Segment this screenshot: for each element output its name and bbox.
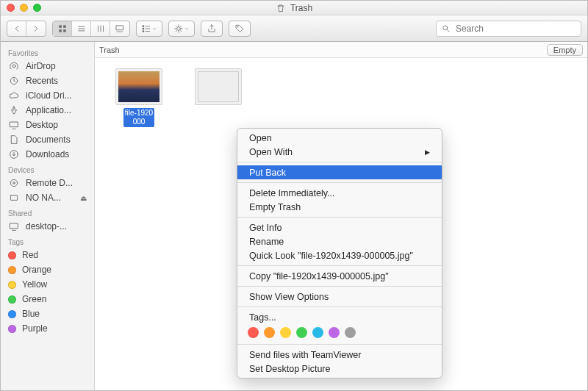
sidebar-item-airdrop[interactable]: AirDrop	[1, 59, 94, 73]
toolbar	[1, 15, 587, 42]
view-switcher	[52, 21, 130, 37]
sidebar-item-label: Yellow	[22, 279, 47, 290]
menu-item[interactable]: Rename	[237, 234, 442, 248]
menu-item-label: Copy "file-1920x1439-000005.jpg"	[249, 271, 389, 281]
menu-item[interactable]: Copy "file-1920x1439-000005.jpg"	[237, 269, 442, 283]
submenu-arrow-icon: ▶	[425, 148, 430, 156]
view-icons-button[interactable]	[53, 21, 72, 36]
sidebar-item-documents[interactable]: Documents	[1, 132, 94, 147]
menu-item[interactable]: Quick Look "file-1920x1439-000005.jpg"	[237, 248, 442, 262]
context-menu: OpenOpen With▶Put BackDelete Immediately…	[237, 128, 442, 379]
svg-rect-0	[59, 25, 62, 28]
tags-button[interactable]	[229, 21, 251, 37]
svg-rect-18	[10, 223, 18, 229]
menu-separator	[237, 182, 442, 183]
menu-item-label: Open	[249, 133, 272, 143]
sidebar-tag-orange[interactable]: Orange	[1, 262, 94, 277]
sidebar-tag-red[interactable]: Red	[1, 248, 94, 262]
menu-item[interactable]: Delete Immediately...	[237, 186, 442, 200]
sidebar-item-label: AirDrop	[26, 61, 56, 71]
search-field[interactable]	[436, 21, 581, 37]
back-button[interactable]	[7, 21, 26, 36]
group-by-button[interactable]	[136, 21, 162, 37]
menu-item[interactable]: Put Back	[237, 165, 442, 179]
menu-separator	[237, 286, 442, 287]
icon-grid[interactable]: file-1920000 OpenOpen With▶Put BackDelet…	[95, 58, 587, 390]
tag-color-swatch[interactable]	[345, 327, 356, 338]
file-item[interactable]	[184, 68, 252, 105]
search-input[interactable]	[456, 24, 576, 34]
eject-icon[interactable]: ⏏	[80, 194, 87, 202]
tag-color-swatch[interactable]	[296, 327, 307, 338]
sidebar-tag-purple[interactable]: Purple	[1, 321, 94, 336]
action-menu-button[interactable]	[168, 21, 195, 37]
disk-icon	[8, 192, 20, 204]
titlebar: Trash	[1, 1, 587, 15]
menu-item[interactable]: Show View Options	[237, 290, 442, 304]
sidebar-item-applications[interactable]: Applicatio...	[1, 103, 94, 118]
view-gallery-button[interactable]	[110, 21, 129, 36]
menu-separator	[237, 306, 442, 307]
empty-trash-button[interactable]: Empty	[547, 44, 583, 56]
sidebar-group-shared: Shared	[1, 205, 94, 219]
menu-item-label: Put Back	[249, 168, 286, 178]
location-label: Trash	[99, 46, 120, 54]
sidebar-tag-yellow[interactable]: Yellow	[1, 277, 94, 292]
menu-item-label: Rename	[249, 237, 284, 247]
file-item-selected[interactable]: file-1920000	[105, 68, 173, 127]
sidebar-group-devices: Devices	[1, 162, 94, 176]
tag-color-swatch[interactable]	[329, 327, 340, 338]
menu-item[interactable]: Set Desktop Picture	[237, 362, 442, 376]
sidebar-item-shared-desktop[interactable]: desktop-...	[1, 219, 94, 234]
svg-rect-4	[116, 25, 123, 29]
tag-color-swatch[interactable]	[280, 327, 291, 338]
tag-color-swatch[interactable]	[312, 327, 323, 338]
sidebar-item-label: Blue	[22, 309, 40, 319]
clock-icon	[8, 75, 20, 87]
sidebar-item-remote-disc[interactable]: Remote D...	[1, 176, 94, 190]
sidebar-item-recents[interactable]: Recents	[1, 73, 94, 88]
svg-point-10	[443, 25, 448, 29]
sidebar-group-tags: Tags	[1, 234, 94, 248]
svg-rect-13	[10, 122, 18, 127]
menu-item-label: Tags...	[249, 312, 276, 323]
file-name-label: file-1920000	[123, 108, 154, 127]
menu-separator	[237, 344, 442, 345]
zoom-window-button[interactable]	[33, 4, 41, 12]
sidebar-item-desktop[interactable]: Desktop	[1, 118, 94, 132]
menu-tag-colors	[237, 324, 442, 341]
window-controls	[7, 4, 41, 12]
tag-dot-icon	[8, 281, 16, 289]
menu-item[interactable]: Tags...	[237, 310, 442, 324]
close-window-button[interactable]	[7, 4, 15, 12]
sidebar-item-label: Orange	[22, 265, 51, 275]
sidebar-item-label: Applicatio...	[26, 105, 71, 115]
menu-separator	[237, 217, 442, 218]
menu-item-label: Get Info	[249, 223, 282, 233]
sidebar-item-label: Desktop	[26, 120, 58, 130]
menu-item[interactable]: Send files with TeamViewer	[237, 348, 442, 362]
tag-dot-icon	[8, 295, 16, 304]
menu-item[interactable]: Open	[237, 131, 442, 145]
sidebar-group-favorites: Favorites	[1, 45, 94, 59]
sidebar-tag-blue[interactable]: Blue	[1, 306, 94, 321]
sidebar-tag-green[interactable]: Green	[1, 292, 94, 306]
view-columns-button[interactable]	[91, 21, 110, 36]
tag-dot-icon	[8, 251, 16, 259]
trash-icon	[276, 3, 286, 13]
view-list-button[interactable]	[72, 21, 91, 36]
forward-button[interactable]	[26, 21, 46, 36]
tag-color-swatch[interactable]	[248, 327, 259, 338]
share-button[interactable]	[201, 21, 223, 37]
svg-rect-2	[59, 29, 62, 32]
tag-color-swatch[interactable]	[264, 327, 275, 338]
menu-item[interactable]: Get Info	[237, 220, 442, 234]
svg-point-9	[237, 26, 239, 27]
sidebar-item-volume[interactable]: NO NA...⏏	[1, 190, 94, 205]
menu-item[interactable]: Empty Trash	[237, 200, 442, 214]
sidebar-item-icloud[interactable]: iCloud Dri...	[1, 88, 94, 103]
menu-item[interactable]: Open With▶	[237, 145, 442, 159]
disc-icon	[8, 177, 20, 189]
minimize-window-button[interactable]	[20, 4, 28, 12]
sidebar-item-downloads[interactable]: Downloads	[1, 147, 94, 162]
